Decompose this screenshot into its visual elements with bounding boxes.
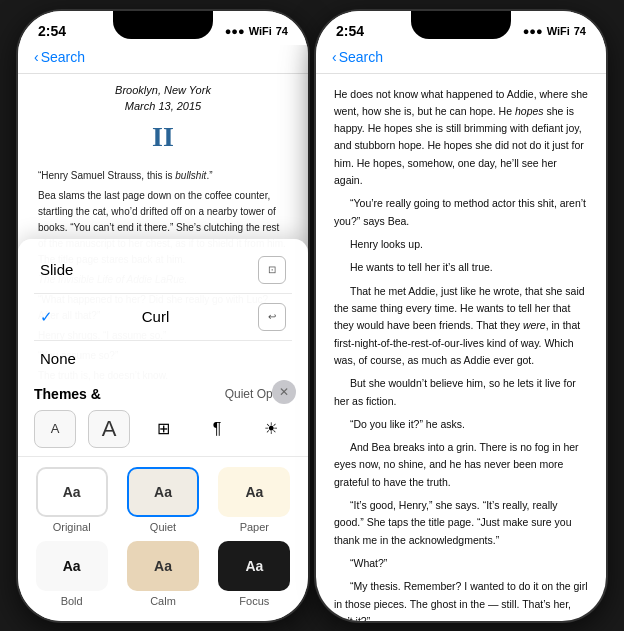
- none-option-label: None: [40, 350, 76, 367]
- reading-para-11: “My thesis. Remember? I wanted to do it …: [334, 578, 588, 620]
- right-status-icons: ●●● WiFi 74: [523, 25, 586, 37]
- theme-focus[interactable]: Aa Focus: [213, 541, 296, 607]
- slide-option-none[interactable]: None: [34, 341, 292, 376]
- left-nav-bar: ‹ Search: [18, 45, 308, 74]
- left-chevron-icon: ‹: [34, 49, 39, 65]
- book-location: Brooklyn, New YorkMarch 13, 2015: [38, 82, 288, 115]
- left-back-button[interactable]: ‹ Search: [34, 49, 292, 65]
- battery-icon: 74: [276, 25, 288, 37]
- slide-icon: ⊡: [258, 256, 286, 284]
- theme-original-preview: Aa: [36, 467, 108, 517]
- font-type-button[interactable]: ⊞: [142, 410, 184, 448]
- right-signal-icon: ●●●: [523, 25, 543, 37]
- theme-calm-label: Calm: [150, 595, 176, 607]
- right-nav-bar: ‹ Search: [316, 45, 606, 74]
- book-para-1: “Henry Samuel Strauss, this is bullshit.…: [38, 168, 288, 184]
- right-phone: 2:54 ●●● WiFi 74 ‹ Search He does not kn…: [316, 11, 606, 621]
- slide-option-curl[interactable]: ✓ Curl ↩: [34, 294, 292, 341]
- font-large-button[interactable]: A: [88, 410, 130, 448]
- curl-check: ✓: [40, 308, 53, 326]
- theme-calm-preview: Aa: [127, 541, 199, 591]
- font-small-button[interactable]: A: [34, 410, 76, 448]
- right-battery-icon: 74: [574, 25, 586, 37]
- right-back-button[interactable]: ‹ Search: [332, 49, 590, 65]
- theme-quiet-label: Quiet: [150, 521, 176, 533]
- paragraph-button[interactable]: ¶: [196, 410, 238, 448]
- notch: [113, 11, 213, 39]
- right-reading-content: He does not know what happened to Addie,…: [316, 74, 606, 621]
- curl-option-label: Curl: [142, 308, 170, 325]
- theme-grid: Aa Original Aa Quiet Aa Paper: [18, 457, 308, 621]
- book-chapter: II: [38, 115, 288, 158]
- reading-para-6: But she wouldn’t believe him, so he lets…: [334, 375, 588, 410]
- book-header: Brooklyn, New YorkMarch 13, 2015 II: [38, 82, 288, 158]
- reading-para-5: That he met Addie, just like he wrote, t…: [334, 283, 588, 370]
- reading-para-10: “What?”: [334, 555, 588, 572]
- reading-para-4: He wants to tell her it’s all true.: [334, 259, 588, 276]
- theme-original[interactable]: Aa Original: [30, 467, 113, 533]
- left-time: 2:54: [38, 23, 66, 39]
- theme-focus-preview: Aa: [218, 541, 290, 591]
- theme-focus-label: Focus: [239, 595, 269, 607]
- brightness-button[interactable]: ☀: [250, 410, 292, 448]
- left-phone: 2:54 ●●● WiFi 74 ‹ Search Brooklyn, New …: [18, 11, 308, 621]
- themes-section-title: Themes &: [34, 386, 101, 402]
- font-controls: A A ⊞ ¶ ☀: [18, 402, 308, 457]
- theme-paper-preview: Aa: [218, 467, 290, 517]
- right-notch: [411, 11, 511, 39]
- theme-quiet[interactable]: Aa Quiet: [121, 467, 204, 533]
- left-back-label: Search: [41, 49, 85, 65]
- reading-para-7: “Do you like it?” he asks.: [334, 416, 588, 433]
- reading-para-8: And Bea breaks into a grin. There is no …: [334, 439, 588, 491]
- slide-panel: Slide ⊡ ✓ Curl ↩ None Themes & Quiet Opt…: [18, 239, 308, 621]
- theme-bold-label: Bold: [61, 595, 83, 607]
- theme-paper[interactable]: Aa Paper: [213, 467, 296, 533]
- theme-quiet-preview: Aa: [127, 467, 199, 517]
- left-status-icons: ●●● WiFi 74: [225, 25, 288, 37]
- reading-para-2: “You’re really going to method actor thi…: [334, 195, 588, 230]
- app-container: 2:54 ●●● WiFi 74 ‹ Search Brooklyn, New …: [18, 11, 606, 621]
- themes-header-row: Themes & Quiet Option ✕: [18, 382, 308, 402]
- slide-options: Slide ⊡ ✓ Curl ↩ None: [18, 239, 308, 382]
- theme-original-label: Original: [53, 521, 91, 533]
- theme-bold[interactable]: Aa Bold: [30, 541, 113, 607]
- wifi-icon: WiFi: [249, 25, 272, 37]
- reading-para-3: Henry looks up.: [334, 236, 588, 253]
- right-time: 2:54: [336, 23, 364, 39]
- right-back-label: Search: [339, 49, 383, 65]
- curl-icon: ↩: [258, 303, 286, 331]
- signal-icon: ●●●: [225, 25, 245, 37]
- slide-option-slide[interactable]: Slide ⊡: [34, 247, 292, 294]
- reading-para-1: He does not know what happened to Addie,…: [334, 86, 588, 190]
- reading-para-9: “It’s good, Henry,” she says. “It’s real…: [334, 497, 588, 549]
- theme-paper-label: Paper: [240, 521, 269, 533]
- theme-bold-preview: Aa: [36, 541, 108, 591]
- theme-calm[interactable]: Aa Calm: [121, 541, 204, 607]
- slide-option-label: Slide: [40, 261, 73, 278]
- right-wifi-icon: WiFi: [547, 25, 570, 37]
- right-chevron-icon: ‹: [332, 49, 337, 65]
- close-button[interactable]: ✕: [272, 380, 296, 404]
